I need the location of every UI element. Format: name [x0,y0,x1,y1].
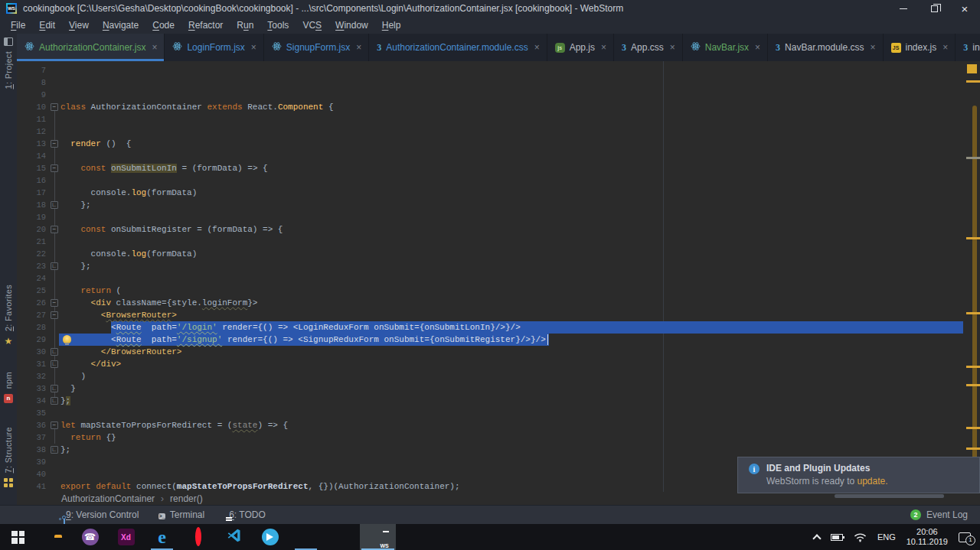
taskbar-explorer[interactable] [36,524,72,550]
fold-end-icon[interactable]: ∟ [51,385,58,392]
menu-help[interactable]: Help [375,18,408,32]
tab-AuthorizationContainer.jsx[interactable]: AuthorizationContainer.jsx× [17,34,165,61]
warning-tick[interactable] [966,384,980,386]
clock[interactable]: 20:06 10.11.2019 [906,527,948,547]
tab-SignupForm.jsx[interactable]: SignupForm.jsx× [264,34,369,61]
taskbar-webstorm[interactable] [360,524,396,550]
inspection-status-indicator[interactable] [967,64,977,73]
menu-edit[interactable]: Edit [32,18,62,32]
fold-collapse-icon[interactable]: − [51,311,58,319]
css-file-icon: 3 [963,42,968,54]
menu-code[interactable]: Code [145,18,181,32]
code-text: return {} [60,431,116,444]
menu-tools[interactable]: Tools [260,18,296,32]
menu-navigate[interactable]: Navigate [96,18,145,32]
statusbar-branch[interactable]: 9: Version Control [61,509,139,520]
left-tool-stripe: 1: Project2: Favorites★npmn7: Structure [0,34,17,505]
warning-tick[interactable] [966,312,980,314]
stripe-button-project[interactable]: 1: Project [0,37,17,89]
menu-run[interactable]: Run [230,18,260,32]
code-line-29: 29 <Route path='/signup' render={() => <… [17,334,963,346]
tab-AuthorizationContainer.module.css[interactable]: 3AuthorizationContainer.module.css× [369,34,547,61]
scrollbar-thumb[interactable] [972,106,977,476]
error-stripe[interactable] [963,61,980,492]
tab-close-icon[interactable]: × [942,42,948,53]
statusbar-todo[interactable]: 6: TODO [224,509,266,520]
warning-tick[interactable] [966,427,980,429]
fold-end-icon[interactable]: ∟ [51,262,58,270]
warning-tick[interactable] [966,447,980,450]
event-log-button[interactable]: 2 Event Log [910,509,968,520]
language-indicator[interactable]: ENG [877,532,896,542]
tab-App.js[interactable]: jsApp.js× [547,34,614,61]
tab-close-icon[interactable]: × [871,42,876,53]
fold-collapse-icon[interactable]: − [51,226,58,233]
wifi-icon[interactable] [854,532,867,542]
fold-collapse-icon[interactable]: − [51,103,58,111]
taskbar-chrome[interactable] [288,524,324,550]
tab-close-icon[interactable]: × [356,42,361,53]
restore-button[interactable] [919,0,949,17]
horizontal-scrollbar[interactable] [835,494,944,498]
taskbar-firefox[interactable] [324,524,360,550]
taskbar-opera[interactable] [180,524,216,550]
statusbar-label: 6: TODO [229,509,266,520]
taskbar-telegram[interactable] [252,524,288,550]
action-center-icon[interactable]: 1 [959,532,971,542]
taskbar-start[interactable] [0,524,36,550]
fold-end-icon[interactable]: ∟ [51,201,58,209]
line-number: 14 [17,150,46,162]
warning-tick[interactable] [966,366,980,368]
menu-view[interactable]: View [62,18,96,32]
warning-tick[interactable] [966,157,980,159]
tab-App.css[interactable]: 3App.css× [614,34,683,61]
tab-index.css[interactable]: 3index.css× [956,34,980,61]
code-line-36: 36−let mapStateToPropsForRedirect = (sta… [17,419,963,431]
menu-refactor[interactable]: Refactor [181,18,230,32]
fold-collapse-icon[interactable]: − [51,421,58,429]
fold-end-icon[interactable]: ∟ [51,397,58,405]
warning-tick[interactable] [966,237,980,239]
stripe-button-star[interactable]: 2: Favorites★ [0,285,17,346]
tray-chevron-icon[interactable] [812,534,821,542]
battery-icon[interactable] [831,534,843,541]
fold-collapse-icon[interactable]: − [51,299,58,307]
tab-close-icon[interactable]: × [670,42,675,53]
line-number: 27 [17,309,46,321]
fold-collapse-icon[interactable]: − [51,164,58,172]
menu-file[interactable]: File [4,18,32,32]
tab-close-icon[interactable]: × [534,42,540,53]
tab-NavBar.jsx[interactable]: NavBar.jsx× [683,34,768,61]
taskbar-xd[interactable]: Xd [108,524,144,550]
intention-bulb-icon[interactable] [63,335,71,343]
tab-close-icon[interactable]: × [755,42,760,53]
fold-end-icon[interactable]: ∟ [51,446,58,454]
statusbar-terminal[interactable]: >_Terminal [158,509,204,521]
code-editor[interactable]: 78910−class AuthorizationContainer exten… [17,61,963,492]
tab-index.js[interactable]: JSindex.js× [884,34,956,61]
tab-label: index.js [906,42,937,53]
tab-LoginForm.jsx[interactable]: LoginForm.jsx× [165,34,263,61]
minimize-button[interactable] [888,0,919,17]
breadcrumb-item-method[interactable]: render() [170,493,203,504]
taskbar-vscode[interactable] [216,524,252,550]
fold-end-icon[interactable]: ∟ [51,348,58,356]
fold-end-icon[interactable]: ∟ [51,360,58,368]
menu-window[interactable]: Window [328,18,375,32]
breadcrumb-item-class[interactable]: AuthorizationContainer [61,493,155,504]
warning-tick[interactable] [966,80,980,83]
update-link[interactable]: update. [858,476,888,487]
close-button[interactable]: × [949,0,980,17]
fold-collapse-icon[interactable]: − [51,140,58,148]
taskbar-edge[interactable]: e [144,524,180,550]
stripe-button-npm[interactable]: npmn [0,372,17,403]
taskbar-viber[interactable]: ☎ [72,524,108,550]
tab-NavBar.module.css[interactable]: 3NavBar.module.css× [768,34,883,61]
tab-close-icon[interactable]: × [251,42,256,53]
react-file-icon [691,41,701,54]
stripe-button-structure[interactable]: 7: Structure [0,427,17,487]
notification-balloon[interactable]: i IDE and Plugin Updates WebStorm is rea… [737,457,980,493]
menu-vcs[interactable]: VCS [296,18,328,32]
tab-close-icon[interactable]: × [152,42,157,53]
tab-close-icon[interactable]: × [601,42,606,53]
